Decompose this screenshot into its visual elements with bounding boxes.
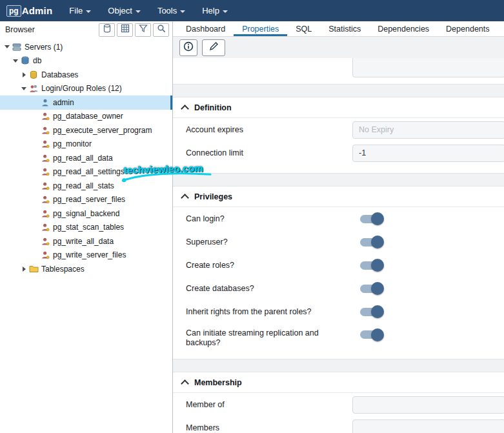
- card-padding: [173, 350, 504, 359]
- field-label: Connection limit: [186, 148, 352, 158]
- account-expires-input[interactable]: [352, 121, 504, 139]
- tree-item-pg-read-server-files[interactable]: pg_read_server_files: [0, 193, 172, 207]
- section-definition-header[interactable]: Definition: [173, 97, 504, 118]
- tree-item-pg-monitor[interactable]: pg_monitor: [0, 137, 172, 152]
- role-icon: [40, 209, 50, 218]
- toggle-label: Inherit rights from the parent roles?: [186, 307, 352, 317]
- tree-item-pg-execute-server-program[interactable]: pg_execute_server_program: [0, 123, 172, 137]
- tab-sql[interactable]: SQL: [287, 21, 320, 36]
- properties-toolbar: [173, 37, 504, 58]
- chevron-up-icon: [181, 194, 189, 202]
- menu-help[interactable]: Help: [202, 6, 228, 15]
- tree-item-pg-write-all-data[interactable]: pg_write_all_data: [0, 234, 172, 248]
- search-objects-button[interactable]: [153, 23, 169, 37]
- tree-item-servers[interactable]: Servers (1): [0, 40, 172, 54]
- tree-item-databases[interactable]: Databases: [0, 68, 172, 82]
- card-padding: [173, 165, 504, 173]
- tab-properties[interactable]: Properties: [234, 21, 287, 36]
- tree-item-label: pg_write_server_files: [53, 250, 126, 259]
- pgadmin-logo: pg Admin: [6, 5, 52, 17]
- tree-item-pg-read-all-stats[interactable]: pg_read_all_stats: [0, 179, 172, 193]
- menu-tools[interactable]: Tools: [157, 6, 185, 15]
- inherit-rights-toggle[interactable]: [360, 308, 382, 316]
- tree-item-pg-signal-backend[interactable]: pg_signal_backend: [0, 206, 172, 221]
- toggle-knob: [371, 212, 384, 225]
- logo-pg-box: pg: [6, 5, 21, 17]
- menu-tools-label: Tools: [157, 6, 177, 15]
- tab-dependencies[interactable]: Dependencies: [369, 21, 438, 36]
- tree-item-admin[interactable]: admin: [0, 96, 172, 110]
- tree-item-pg-database-owner[interactable]: pg_database_owner: [0, 110, 172, 124]
- tree-item-login-group-roles[interactable]: Login/Group Roles (12): [0, 82, 172, 96]
- connect-server-button[interactable]: [99, 23, 115, 37]
- toggle-row-create-databases: Create databases?: [173, 277, 504, 300]
- role-icon: [40, 181, 50, 190]
- databases-icon: [28, 70, 39, 79]
- toggle-knob: [371, 236, 384, 248]
- toggle-row-can-login: Can login?: [173, 207, 504, 230]
- edit-object-button[interactable]: [202, 39, 225, 56]
- connection-limit-input[interactable]: [352, 145, 504, 162]
- toggle-label: Superuser?: [186, 237, 352, 247]
- can-login-toggle[interactable]: [360, 215, 382, 223]
- chevron-down-icon: [86, 10, 91, 13]
- member-of-input[interactable]: [352, 396, 504, 414]
- toggle-knob: [371, 259, 384, 272]
- filter-button[interactable]: [135, 23, 151, 37]
- streaming-replication-toggle[interactable]: [360, 330, 382, 339]
- superuser-toggle[interactable]: [360, 238, 382, 247]
- create-roles-toggle[interactable]: [360, 261, 382, 270]
- tree-item-pg-read-all-data[interactable]: pg_read_all_data: [0, 151, 172, 165]
- role-icon: [40, 167, 50, 176]
- tree-item-pg-read-all-settings[interactable]: pg_read_all_settings: [0, 165, 172, 179]
- create-databases-toggle[interactable]: [360, 285, 382, 293]
- collapse-icon[interactable]: [19, 84, 28, 93]
- field-label: Member of: [186, 400, 352, 410]
- toggle-knob: [371, 282, 384, 295]
- collapse-icon[interactable]: [11, 56, 20, 65]
- top-menubar: pg Admin File Object Tools Help: [0, 0, 504, 21]
- menu-bar: File Object Tools Help: [69, 6, 228, 15]
- tree-item-label: Databases: [41, 70, 78, 79]
- tree-item-label: Tablespaces: [41, 265, 85, 274]
- view-data-button[interactable]: [117, 23, 133, 37]
- tab-dashboard[interactable]: Dashboard: [177, 21, 234, 36]
- tab-label: Statistics: [328, 25, 361, 34]
- tab-bar: Dashboard Properties SQL Statistics Depe…: [173, 21, 504, 37]
- section-privileges-header[interactable]: Privileges: [173, 186, 504, 207]
- collapse-icon[interactable]: [3, 43, 12, 52]
- folder-icon: [28, 265, 39, 273]
- logo-admin-text: Admin: [22, 5, 53, 16]
- tree-item-db[interactable]: db: [0, 54, 172, 68]
- tab-dependents[interactable]: Dependents: [438, 21, 498, 36]
- tree-item-tablespaces[interactable]: Tablespaces: [0, 262, 172, 276]
- menu-object-label: Object: [108, 6, 132, 15]
- tree-item-label: pg_monitor: [53, 139, 92, 148]
- admin-role-icon: [40, 98, 50, 107]
- members-input[interactable]: [352, 419, 504, 433]
- pencil-icon: [209, 41, 219, 54]
- toggle-row-inherit-rights: Inherit rights from the parent roles?: [173, 300, 504, 323]
- chevron-down-icon: [180, 10, 185, 13]
- expand-icon[interactable]: [19, 265, 28, 274]
- tree-item-pg-write-server-files[interactable]: pg_write_server_files: [0, 248, 172, 263]
- expand-icon[interactable]: [19, 70, 28, 79]
- section-membership-header[interactable]: Membership: [173, 372, 504, 393]
- tab-statistics[interactable]: Statistics: [320, 21, 369, 36]
- menu-object[interactable]: Object: [108, 6, 141, 15]
- partial-field-row: [173, 58, 504, 84]
- partial-field[interactable]: [352, 58, 504, 77]
- field-row-member-of: Member of: [173, 393, 504, 416]
- chevron-down-icon: [136, 10, 141, 13]
- tree-item-label: pg_read_server_files: [53, 195, 125, 204]
- field-row-members: Members: [173, 416, 504, 433]
- sql-help-button[interactable]: [179, 39, 197, 56]
- menu-file[interactable]: File: [69, 6, 91, 15]
- section-title: Privileges: [194, 192, 232, 201]
- tree-item-pg-stat-scan-tables[interactable]: pg_stat_scan_tables: [0, 221, 172, 235]
- toggle-label: Create roles?: [186, 261, 352, 270]
- info-icon: [183, 41, 194, 54]
- toggle-label: Can login?: [186, 214, 352, 224]
- menu-help-label: Help: [202, 6, 219, 15]
- tree-item-label: Servers (1): [25, 43, 63, 52]
